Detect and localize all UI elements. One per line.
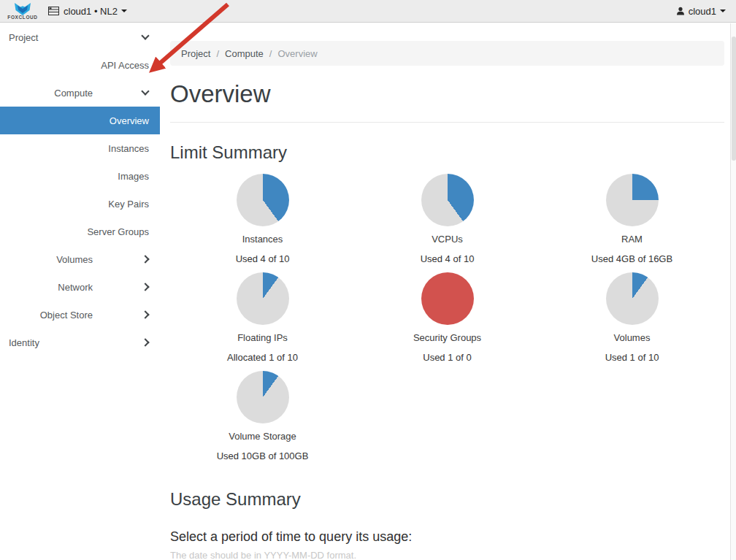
pie-chart-usage-label: Allocated 1 of 10 — [227, 352, 298, 363]
sidebar-item-label-box: Identity — [9, 337, 39, 348]
limit-gauge-floating-ips: Floating IPs Allocated 1 of 10 — [170, 272, 355, 371]
top-navbar: FOXCLOUD cloud1 • NL2 cloud1 — [0, 0, 736, 23]
sidebar-nav: Project API Access Compute Overview Inst… — [0, 23, 160, 356]
sidebar-item-label: Server Groups — [87, 226, 149, 237]
sidebar-item-label-box: API Access — [101, 60, 149, 71]
sidebar-item-images[interactable]: Images — [0, 162, 160, 190]
chevron-right-icon — [141, 338, 149, 346]
sidebar-item-label-box: Key Pairs — [108, 199, 149, 210]
pie-chart-usage-label: Used 10GB of 100GB — [217, 450, 309, 461]
sidebar-item-label: Object Store — [40, 310, 93, 321]
pie-chart-title: Security Groups — [413, 332, 481, 343]
user-label: cloud1 — [689, 6, 716, 17]
caret-down-icon — [121, 9, 127, 12]
limit-gauge-volumes: Volumes Used 1 of 10 — [540, 272, 724, 371]
pie-chart — [421, 272, 474, 325]
sidebar-item-label: Network — [58, 282, 93, 293]
pie-chart-title: VCPUs — [432, 234, 463, 245]
sidebar-item-label-box: Compute — [0, 88, 93, 99]
caret-down-icon — [720, 9, 726, 12]
usage-summary-title: Usage Summary — [170, 489, 724, 510]
list-icon — [48, 7, 59, 15]
pie-chart-title: Volume Storage — [229, 431, 296, 442]
scrollbar[interactable] — [730, 23, 736, 560]
sidebar-item-object-store[interactable]: Object Store — [0, 301, 160, 329]
main-content: Project/Compute/Overview Overview Limit … — [170, 23, 724, 560]
pie-chart-title: Floating IPs — [237, 332, 288, 343]
pie-chart-usage-label: Used 1 of 10 — [605, 352, 659, 363]
limit-gauge-security-groups: Security Groups Used 1 of 0 — [355, 272, 540, 371]
scrollbar-thumb[interactable] — [732, 37, 736, 161]
pie-chart — [421, 174, 474, 226]
sidebar-item-label-box: Object Store — [0, 310, 93, 321]
sidebar-item-api-access[interactable]: API Access — [0, 51, 160, 79]
breadcrumb-project[interactable]: Project — [181, 48, 210, 59]
sidebar-item-label: Overview — [110, 115, 149, 126]
limit-summary-grid: Instances Used 4 of 10 VCPUs Used 4 of 1… — [170, 174, 724, 469]
limit-gauge-volume-storage: Volume Storage Used 10GB of 100GB — [170, 371, 355, 469]
breadcrumb-overview: Overview — [277, 48, 317, 59]
limit-gauge-ram: RAM Used 4GB of 16GB — [540, 174, 724, 272]
pie-chart-usage-label: Used 4 of 10 — [421, 253, 475, 264]
limit-gauge-instances: Instances Used 4 of 10 — [170, 174, 355, 272]
foxcloud-logo-icon — [13, 3, 32, 15]
pie-chart-usage-label: Used 1 of 0 — [423, 352, 472, 363]
breadcrumb-separator: / — [264, 48, 278, 59]
project-context-switcher[interactable]: cloud1 • NL2 — [48, 6, 127, 17]
sidebar-item-label: Images — [118, 171, 149, 182]
sidebar-item-volumes[interactable]: Volumes — [0, 245, 160, 273]
context-label: cloud1 • NL2 — [64, 6, 118, 17]
pie-chart — [237, 174, 289, 226]
sidebar-item-label: Compute — [54, 88, 93, 99]
pie-chart-usage-label: Used 4 of 10 — [236, 253, 290, 264]
sidebar-item-label: API Access — [101, 60, 149, 71]
sidebar-item-server-groups[interactable]: Server Groups — [0, 218, 160, 245]
divider — [170, 122, 724, 123]
breadcrumb-separator: / — [210, 48, 225, 59]
sidebar-item-label: Project — [9, 32, 38, 43]
chevron-down-icon — [141, 31, 149, 39]
chevron-down-icon — [141, 87, 149, 95]
brand-logo[interactable]: FOXCLOUD — [1, 3, 44, 20]
sidebar-item-label-box: Instances — [108, 143, 149, 154]
pie-chart-usage-label: Used 4GB of 16GB — [591, 253, 672, 264]
sidebar-item-label-box: Overview — [110, 115, 149, 126]
sidebar-item-overview[interactable]: Overview — [0, 107, 160, 134]
breadcrumb: Project/Compute/Overview — [170, 41, 724, 66]
sidebar-item-project[interactable]: Project — [0, 23, 160, 51]
sidebar-item-key-pairs[interactable]: Key Pairs — [0, 190, 160, 218]
user-menu[interactable]: cloud1 — [676, 6, 726, 17]
chevron-right-icon — [141, 283, 149, 291]
sidebar-item-label: Key Pairs — [108, 199, 149, 210]
sidebar-item-identity[interactable]: Identity — [0, 329, 160, 356]
pie-chart — [237, 272, 289, 325]
pie-chart-title: RAM — [621, 234, 643, 245]
pie-chart — [606, 272, 659, 325]
pie-chart-title: Instances — [242, 234, 283, 245]
usage-date-format-hint: The date should be in YYYY-MM-DD format. — [170, 550, 724, 560]
sidebar-item-label: Instances — [108, 143, 149, 154]
sidebar-item-label-box: Images — [118, 171, 149, 182]
chevron-right-icon — [141, 255, 149, 263]
sidebar-item-label-box: Server Groups — [87, 226, 149, 237]
sidebar-item-label: Volumes — [56, 254, 93, 265]
breadcrumb-compute[interactable]: Compute — [225, 48, 264, 59]
usage-period-prompt: Select a period of time to query its usa… — [170, 529, 724, 545]
sidebar-item-label-box: Volumes — [0, 254, 93, 265]
limit-gauge-vcpus: VCPUs Used 4 of 10 — [355, 174, 540, 272]
pie-chart — [237, 371, 289, 423]
pie-chart-title: Volumes — [614, 332, 651, 343]
sidebar-item-compute[interactable]: Compute — [0, 79, 160, 107]
user-icon — [676, 7, 685, 15]
page-title: Overview — [170, 80, 724, 108]
sidebar-item-instances[interactable]: Instances — [0, 134, 160, 162]
chevron-right-icon — [141, 310, 149, 318]
sidebar-item-label: Identity — [9, 337, 39, 348]
pie-chart — [606, 174, 659, 226]
sidebar-item-label-box: Project — [9, 32, 38, 43]
sidebar-item-network[interactable]: Network — [0, 273, 160, 301]
sidebar-item-label-box: Network — [0, 282, 93, 293]
limit-summary-title: Limit Summary — [170, 142, 724, 163]
brand-logo-text: FOXCLOUD — [7, 15, 37, 20]
